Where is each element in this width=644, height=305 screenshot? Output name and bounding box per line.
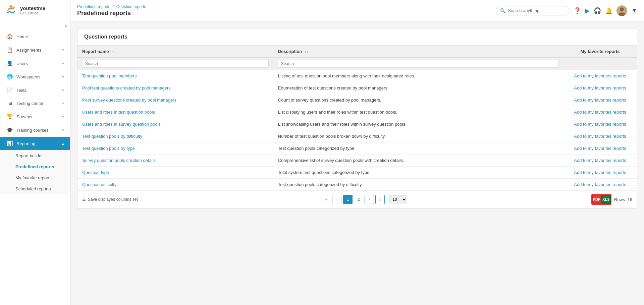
page-content: Question reports Report name ↑↓ Descript… [70,21,644,305]
last-page-button[interactable]: » [375,195,385,204]
chevron-down-icon: ▼ [61,128,65,132]
export-excel-button[interactable]: XLS [601,195,611,204]
chevron-down-icon: ▼ [61,62,65,65]
report-link-7[interactable]: Survey question pools creation details [82,158,156,163]
table-row: Pool survey questions created by pool ma… [77,94,637,106]
search-input[interactable] [508,8,565,13]
breadcrumb-question-reports[interactable]: Question reports [116,4,146,9]
sidebar-item-report-builder[interactable]: Report builder [0,150,70,161]
table-row: Users and roles in survey question pools… [77,118,637,130]
collapse-sidebar-button[interactable]: « [0,21,70,30]
add-favorite-button-2[interactable]: Add to my favorites reports [574,98,626,103]
rows-per-page-dropdown[interactable]: 10 20 50 100 [389,195,407,203]
search-favorite-cell [563,58,637,70]
add-favorite-button-0[interactable]: Add to my favorites reports [574,73,626,78]
description-cell-1: Enumeration of test questions created by… [273,82,563,94]
search-icon: 🔍 [500,8,506,13]
bell-icon[interactable]: 🔔 [605,7,612,14]
search-report-name-input[interactable] [82,60,269,68]
sidebar-item-my-favorite-reports[interactable]: My favorite reports [0,172,70,183]
sidebar-label-home: Home [16,34,65,39]
description-cell-9: Test question pools categorized by diffi… [273,179,563,191]
prev-page-button[interactable]: ‹ [332,195,342,204]
training-courses-icon: 🎓 [6,127,13,133]
col-report-name[interactable]: Report name ↑↓ [77,46,273,58]
report-link-3[interactable]: Users and roles in test question pools [82,110,155,115]
favorite-cell-7: Add to my favorites reports [563,155,637,167]
favorite-cell-0: Add to my favorites reports [563,70,637,82]
page-2-button[interactable]: 2 [354,195,363,204]
sidebar-item-workspaces[interactable]: 🌐 Workspaces ▼ [0,70,70,83]
sidebar-item-assignments[interactable]: 📋 Assignments ▼ [0,43,70,57]
tests-icon: 📄 [6,87,13,93]
topbar-right: 🔍 ❓ ▶ 🎧 🔔 ▼ [496,5,637,16]
sidebar-item-surveys[interactable]: 🏆 Surveys ▼ [0,110,70,123]
breadcrumb: Predefined reports / Question reports [77,4,146,9]
favorite-cell-2: Add to my favorites reports [563,94,637,106]
rows-per-page-select[interactable]: 10 20 50 100 [389,195,407,203]
col-my-favorite-reports: My favorite reports [563,46,637,58]
sidebar-item-scheduled-reports[interactable]: Scheduled reports [0,183,70,194]
description-cell-2: Count of survey questions created by poo… [273,94,563,106]
page-1-button[interactable]: 1 [343,195,353,204]
report-link-4[interactable]: Users and roles in survey question pools [82,122,161,127]
menu-icon: ☰ [82,197,86,202]
add-favorite-button-9[interactable]: Add to my favorites reports [574,182,626,187]
table-row: Question difficulty Test question pools … [77,179,637,191]
chevron-down-icon: ▼ [61,88,65,92]
add-favorite-button-3[interactable]: Add to my favorites reports [574,110,626,115]
sidebar-item-reporting[interactable]: 📊 Reporting ▲ [0,137,70,150]
add-favorite-button-5[interactable]: Add to my favorites reports [574,134,626,139]
sort-icon-description: ↑↓ [305,50,308,54]
topbar: Predefined reports / Question reports Pr… [70,0,644,21]
report-link-5[interactable]: Test question pools by difficulty [82,134,142,139]
add-favorite-button-1[interactable]: Add to my favorites reports [574,85,626,90]
favorite-cell-1: Add to my favorites reports [563,82,637,94]
sidebar-item-predefined-reports[interactable]: Predefined reports [0,161,70,172]
home-icon: 🏠 [6,34,13,40]
report-link-9[interactable]: Question difficulty [82,182,116,187]
report-name-cell-1: Pool test questions created by pool mana… [77,82,273,94]
avatar[interactable] [616,5,627,16]
sidebar-item-training-courses[interactable]: 🎓 Training courses ▼ [0,123,70,137]
export-pdf-button[interactable]: PDF [592,195,601,204]
sidebar-item-tests[interactable]: 📄 Tests ▼ [0,83,70,97]
sidebar-item-home[interactable]: 🏠 Home [0,30,70,43]
add-favorite-button-7[interactable]: Add to my favorites reports [574,158,626,163]
report-name-cell-9: Question difficulty [77,179,273,191]
add-favorite-button-6[interactable]: Add to my favorites reports [574,146,626,151]
sidebar-item-users[interactable]: 👤 Users ▼ [0,57,70,70]
add-favorite-button-4[interactable]: Add to my favorites reports [574,122,626,127]
favorite-cell-9: Add to my favorites reports [563,179,637,191]
report-link-0[interactable]: Test question pool members [82,73,137,78]
report-link-1[interactable]: Pool test questions created by pool mana… [82,85,171,90]
reporting-icon: 📊 [6,140,13,146]
help-icon[interactable]: ❓ [574,7,581,14]
sidebar-item-testing-center[interactable]: 🖥 Testing center ▼ [0,97,70,110]
description-cell-6: Test question pools categorized by type. [273,142,563,155]
col-description[interactable]: Description ↑↓ [273,46,563,58]
report-name-cell-5: Test question pools by difficulty [77,130,273,142]
play-icon[interactable]: ▶ [585,7,590,14]
breadcrumb-predefined-reports[interactable]: Predefined reports [77,4,110,9]
report-link-8[interactable]: Question type [82,170,109,175]
add-favorite-button-8[interactable]: Add to my favorites reports [574,170,626,175]
save-columns-button[interactable]: ☰ Save displayed columns set [82,197,138,202]
next-page-button[interactable]: › [365,195,374,204]
card-title: Question reports [77,28,637,46]
search-box[interactable]: 🔍 [496,6,570,15]
logo-name: youtestme [20,6,45,11]
surveys-icon: 🏆 [6,114,13,120]
report-link-6[interactable]: Test question pools by type [82,146,135,151]
report-link-2[interactable]: Pool survey questions created by pool ma… [82,98,176,103]
export-group: PDF XLS [591,194,611,205]
description-cell-4: List showcasing users and their roles wi… [273,118,563,130]
first-page-button[interactable]: « [322,195,331,204]
sidebar-label-tests: Tests [16,88,61,93]
search-description-input[interactable] [278,60,558,68]
reports-table: Report name ↑↓ Description ↑↓ My favorit… [77,46,637,190]
headset-icon[interactable]: 🎧 [594,7,601,14]
testing-center-icon: 🖥 [6,101,13,106]
user-dropdown-icon[interactable]: ▼ [631,7,637,14]
table-body: Test question pool members Listing of te… [77,70,637,191]
